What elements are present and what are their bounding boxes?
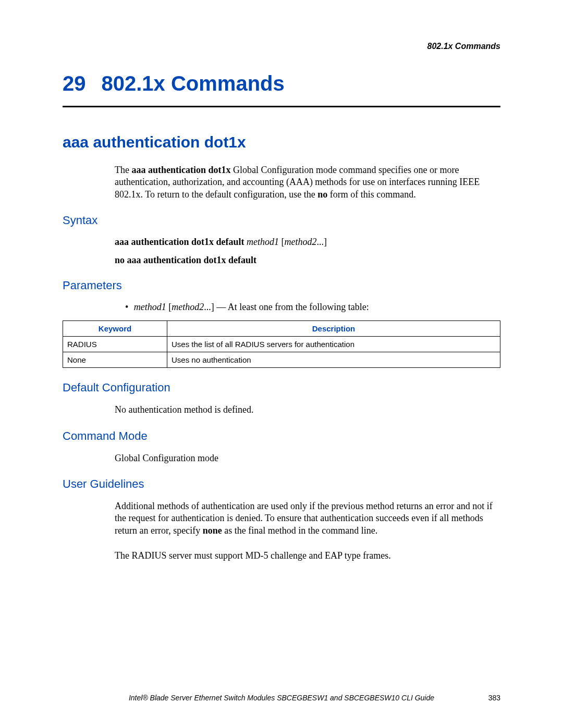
syntax-line-1: aaa authentication dot1x default method1… (115, 237, 500, 248)
text-italic: method1 (247, 237, 279, 247)
text: [ (166, 302, 172, 312)
cell-keyword: None (63, 352, 167, 368)
text-bold: no (317, 189, 327, 200)
text-bold: no aaa authentication dot1x default (115, 255, 256, 265)
text-italic: method2 (172, 302, 204, 312)
page-footer: Intel® Blade Server Ethernet Switch Modu… (63, 694, 500, 702)
text-bold: none (203, 525, 222, 536)
default-config-text: No authentication method is defined. (115, 404, 500, 416)
parameters-heading: Parameters (63, 279, 500, 292)
chapter-name: 802.1x Commands (102, 72, 285, 95)
footer-title: Intel® Blade Server Ethernet Switch Modu… (63, 694, 500, 702)
col-keyword: Keyword (63, 321, 167, 337)
table-row: RADIUS Uses the list of all RADIUS serve… (63, 337, 500, 352)
syntax-line-2: no aaa authentication dot1x default (115, 255, 500, 266)
text-bold: aaa authentication dot1x (131, 165, 230, 175)
section-title: aaa authentication dot1x (63, 133, 500, 151)
syntax-heading: Syntax (63, 214, 500, 227)
page-number: 383 (488, 694, 500, 702)
cell-description: Uses no authentication (167, 352, 500, 368)
command-mode-heading: Command Mode (63, 429, 500, 443)
guidelines-p1: Additional methods of authentication are… (115, 500, 500, 537)
table-row: None Uses no authentication (63, 352, 500, 368)
text: as the final method in the command line. (222, 525, 377, 536)
parameter-item: • method1 [method2...] — At least one fr… (125, 302, 500, 313)
user-guidelines-heading: User Guidelines (63, 477, 500, 491)
cell-keyword: RADIUS (63, 337, 167, 352)
text-italic: method1 (134, 302, 166, 312)
text: ...] (317, 237, 327, 247)
running-header: 802.1x Commands (63, 42, 500, 51)
parameters-table: Keyword Description RADIUS Uses the list… (63, 320, 500, 368)
col-description: Description (167, 321, 500, 337)
intro-paragraph: The aaa authentication dot1x Global Conf… (115, 164, 500, 201)
chapter-number: 29 (63, 72, 86, 95)
text-bold: aaa authentication dot1x default (115, 237, 247, 247)
cell-description: Uses the list of all RADIUS servers for … (167, 337, 500, 352)
table-header-row: Keyword Description (63, 321, 500, 337)
text: form of this command. (327, 189, 415, 200)
document-page: 802.1x Commands 29802.1x Commands aaa au… (0, 0, 563, 728)
text: ...] — At least one from the following t… (204, 302, 369, 312)
guidelines-p2: The RADIUS server must support MD-5 chal… (115, 550, 500, 562)
bullet-icon: • (125, 302, 128, 312)
text: [ (279, 237, 285, 247)
default-config-heading: Default Configuration (63, 381, 500, 394)
chapter-title: 29802.1x Commands (63, 72, 500, 107)
command-mode-text: Global Configuration mode (115, 452, 500, 464)
text: The (115, 165, 131, 175)
text-italic: method2 (285, 237, 317, 247)
